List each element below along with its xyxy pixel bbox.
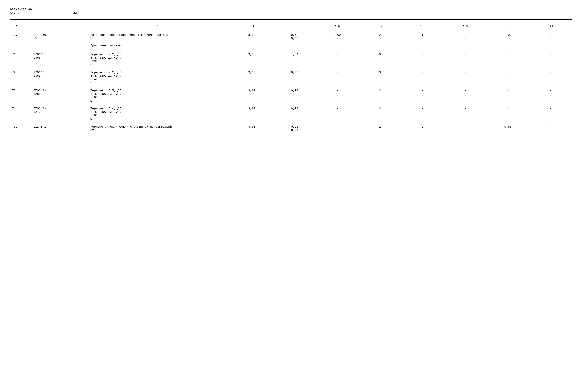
col-header-6: : 6 [316, 23, 358, 30]
col-header-10: : IO [487, 23, 529, 30]
row-spacer [10, 122, 572, 124]
row-col4: 3,00 [230, 52, 273, 67]
table-row: 70. ЦII-250--5 Установка вентильного бло… [10, 32, 572, 41]
row-col9: -- [444, 88, 487, 104]
col-header-5: : 5 [273, 23, 316, 30]
row-desc: Термометр У 2, ДЛ.В.Ч.-240, ДЛ.Н.Ч.--29I… [88, 52, 230, 67]
row-code: ЦII-I-I [32, 124, 88, 133]
row-col11: -- [529, 52, 572, 67]
row-col8: 2 [401, 124, 444, 133]
top-divider [10, 19, 572, 20]
row-num: 75. [10, 124, 32, 133]
row-col11: -- [529, 106, 572, 122]
row-col5: I,04- [273, 52, 316, 67]
row-code: ЦII-250--5 [32, 32, 88, 41]
row-col8: - [401, 88, 444, 104]
row-col10: -- [487, 70, 529, 85]
header-line2: Ал.20 - 33 - [10, 12, 572, 15]
header-label: Ал.20 [10, 12, 19, 15]
row-spacer [10, 85, 572, 88]
row-col11: -- [529, 88, 572, 104]
row-desc: Термометр П 5, ДЛ.В.Ч.-240, ДЛ.Н.Ч.--I63… [88, 88, 230, 104]
row-desc: Термометр технический стеклянный показыв… [88, 124, 230, 133]
row-desc: Термометр П 4, ДЛ.В.Ч.-240, ДЛ.Н.Ч.--I63… [88, 106, 230, 122]
row-code: I70648-I36I [32, 70, 88, 85]
row-col9: -- [444, 106, 487, 122]
row-col4: 3,00 [230, 70, 273, 85]
row-col5: 0,520,49 [273, 32, 316, 41]
row-col7: 3 [358, 88, 401, 104]
header: 903-I-275.89 Ал.20 - 33 - [10, 8, 572, 15]
table-row: 73. I70648-I288 Термометр П 5, ДЛ.В.Ч.-2… [10, 88, 572, 104]
col-header-8: : 8 [401, 23, 444, 30]
row-col8: - [401, 106, 444, 122]
row-num: 70. [10, 32, 32, 41]
col-header-11: :II [529, 23, 572, 30]
row-col7: 3 [358, 52, 401, 67]
row-col9: -- [444, 124, 487, 133]
row-col11: -- [529, 70, 572, 85]
row-spacer [10, 67, 572, 70]
table-row: 71. I70648-I363 Термометр У 2, ДЛ.В.Ч.-2… [10, 52, 572, 67]
header-line1: 903-I-275.89 [10, 8, 572, 12]
col-header-3: : 3 [88, 23, 230, 30]
table-row: 75. ЦII-I-I Термометр технический стекля… [10, 124, 572, 133]
row-code: I70648-I363 [32, 52, 88, 67]
row-col6: -- [316, 124, 358, 133]
row-col6: 0,02- [316, 32, 358, 41]
col-header-2 [32, 23, 88, 30]
row-num: 73. [10, 88, 32, 104]
row-num: 74. [10, 106, 32, 122]
row-num: 71. [10, 52, 32, 67]
row-col6: -- [316, 88, 358, 104]
row-spacer [10, 30, 572, 32]
row-col9: -- [444, 32, 487, 41]
col-header-9: : 9 [444, 23, 487, 30]
row-desc: Термометр У 2, ДЛ.В.Ч.-240, ДЛ.Н.Ч.--I4I… [88, 70, 230, 85]
header-dash2: - [89, 12, 91, 15]
row-col9: -- [444, 70, 487, 85]
row-col11: 3- [529, 32, 572, 41]
section-title: Приточные системы [88, 41, 572, 49]
row-spacer [10, 49, 572, 52]
row-col10: I,00- [487, 32, 529, 41]
row-col8: I [401, 32, 444, 41]
col-header-7: : 7 [358, 23, 401, 30]
row-col4: 3,00 [230, 106, 273, 122]
row-col6: -- [316, 70, 358, 85]
row-col8: - [401, 70, 444, 85]
row-col11: 4- [529, 124, 572, 133]
row-col4: 3,00 [230, 32, 273, 41]
row-col9: -- [444, 52, 487, 67]
row-col7: 2 [358, 32, 401, 41]
row-col10: 0,50- [487, 124, 529, 133]
row-col7: 2 [358, 124, 401, 133]
row-code: I70648-I273 [32, 106, 88, 122]
header-page-number: 33 [73, 12, 77, 15]
row-col5: 0,99- [273, 70, 316, 85]
row-col5: 0,93- [273, 106, 316, 122]
column-header-row: I : 2 : 3 : 4 : 5 : 6 : 7 : 8 : 9 : IO :… [10, 23, 572, 30]
row-col7: 3 [358, 70, 401, 85]
col-header-4: : 4 [230, 23, 273, 30]
row-col10: -- [487, 52, 529, 67]
row-col4: 8,00 [230, 124, 273, 133]
row-col5: 0,93- [273, 88, 316, 104]
row-col6: -- [316, 106, 358, 122]
row-col10: -- [487, 88, 529, 104]
row-col5: 0,2I0,2I [273, 124, 316, 133]
col-header-1: I : 2 [10, 23, 32, 30]
row-col10: -- [487, 106, 529, 122]
header-dash1: - [59, 12, 61, 15]
row-col8: - [401, 52, 444, 67]
row-num: 72. [10, 70, 32, 85]
section-title-row: Приточные системы [10, 41, 572, 49]
main-table: I : 2 : 3 : 4 : 5 : 6 : 7 : 8 : 9 : IO :… [10, 22, 572, 133]
row-spacer [10, 104, 572, 106]
row-code: I70648-I288 [32, 88, 88, 104]
row-col4: 3,00 [230, 88, 273, 104]
table-row: 72. I70648-I36I Термометр У 2, ДЛ.В.Ч.-2… [10, 70, 572, 85]
row-desc: Установка вентильного блока к дифманомет… [88, 32, 230, 41]
row-col7: 3 [358, 106, 401, 122]
table-row: 74. I70648-I273 Термометр П 4, ДЛ.В.Ч.-2… [10, 106, 572, 122]
